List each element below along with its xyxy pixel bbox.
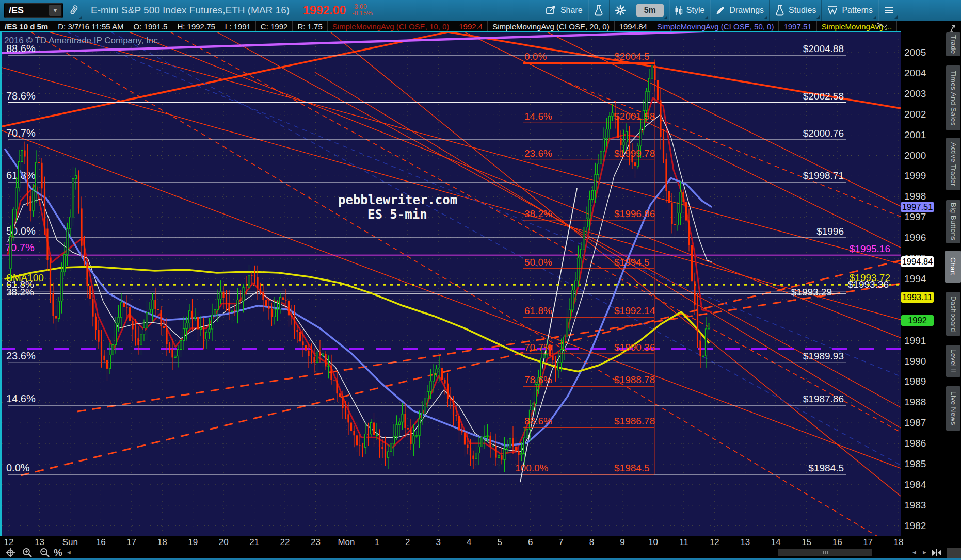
- percent-scale-button[interactable]: %: [54, 547, 62, 558]
- candlesticks: [10, 53, 710, 472]
- gear-icon: [615, 5, 626, 16]
- day-tick: 11: [679, 537, 688, 548]
- price-tick: 2001: [904, 129, 926, 141]
- day-tick: 12: [4, 537, 14, 548]
- day-tick: 12: [710, 537, 719, 548]
- pan-tool-icon[interactable]: [4, 548, 17, 558]
- day-tick: 16: [832, 537, 842, 548]
- symbol-input[interactable]: /ES ▼: [4, 3, 63, 18]
- watermark-line2: ES 5-min: [367, 207, 427, 222]
- patterns-label: Patterns: [842, 6, 873, 15]
- time-axis[interactable]: 1213Sun1617181920212223Mon12345678910111…: [0, 536, 935, 548]
- studies-button[interactable]: Studies: [770, 0, 821, 21]
- study-sma20-label[interactable]: SimpleMovingAvg (CLOSE, 20, 0): [488, 21, 615, 32]
- zoom-in-icon[interactable]: [21, 548, 34, 558]
- drawings-button[interactable]: Drawings: [710, 0, 769, 21]
- fib2-price-label: $2001.58: [614, 111, 655, 122]
- settings-button[interactable]: [610, 0, 631, 21]
- pan-left-button[interactable]: ◄: [911, 549, 917, 555]
- reset-zoom-icon[interactable]: [930, 548, 943, 558]
- patterns-button[interactable]: Patterns: [822, 0, 878, 21]
- price-axis[interactable]: 2005200420032002200120001999199819971996…: [901, 32, 935, 536]
- price-tick: 1983: [904, 500, 926, 511]
- study-sma10-label[interactable]: SimpleMovingAvg (CLOSE, 10, 0): [328, 21, 455, 32]
- sidebar-tab-times-and-sales[interactable]: Times And Sales: [946, 65, 960, 130]
- symbol-value: /ES: [5, 5, 49, 16]
- sidebar-tab-level-ii[interactable]: Level II: [946, 345, 960, 377]
- style-label: Style: [686, 6, 705, 15]
- chart-focus-border-left: [0, 32, 2, 536]
- analyze-button[interactable]: [588, 0, 609, 21]
- price-tick: 1999: [904, 170, 926, 182]
- fib-price-label: $1989.93: [803, 351, 844, 361]
- share-label: Share: [560, 6, 583, 15]
- thinkorswim-window: /ES ▼ E-mini S&P 500 Index Futures,ETH (…: [0, 0, 961, 560]
- sidebar-tab-big-buttons[interactable]: Big Buttons: [946, 200, 960, 243]
- fib-price-label: $1998.71: [803, 170, 844, 181]
- candlestick-icon: [675, 5, 683, 15]
- price-tick: 1987: [904, 417, 926, 429]
- price-tick: 1994: [904, 273, 926, 285]
- price-tick: 2002: [904, 109, 926, 120]
- chart-symbol-desc[interactable]: /ES 10 d 5m: [0, 21, 53, 32]
- fib2-pct-label: 70.7%: [524, 342, 552, 353]
- price-tick: 2005: [904, 47, 926, 58]
- sidebar-tab-trade[interactable]: Trade: [946, 32, 960, 56]
- pan-right-button[interactable]: ►: [922, 549, 927, 555]
- fib2-price-label: $1996.86: [614, 208, 655, 219]
- sidebar-tab-live-news[interactable]: Live News: [946, 386, 960, 431]
- sidebar-tab-active-trader[interactable]: Active Trader: [946, 138, 960, 190]
- day-tick: 7: [558, 537, 563, 548]
- day-tick: 9: [620, 537, 624, 548]
- ohlc-date: D: 3/7/16 11:55 AM: [53, 21, 129, 32]
- fib-left-label: 14.6%: [6, 393, 36, 404]
- instrument-title: E-mini S&P 500 Index Futures,ETH (MAR 16…: [91, 5, 290, 16]
- share-button[interactable]: Share: [540, 0, 588, 21]
- price-tick: 1997: [904, 211, 926, 223]
- day-tick: 13: [740, 537, 750, 548]
- scroll-left-arrow[interactable]: ◄: [66, 549, 72, 555]
- study-sma50-value: 1997.51: [779, 21, 816, 32]
- fib-price-label: $1996: [816, 226, 844, 237]
- style-button[interactable]: Style: [669, 0, 710, 21]
- fib2-pct-label: 38.2%: [524, 208, 552, 219]
- time-scrollbar-thumb[interactable]: [778, 549, 872, 556]
- chart-area[interactable]: 88.6%$2004.8878.6%$2002.5870.7%$2000.766…: [0, 32, 901, 536]
- pattern-icon: [827, 5, 838, 15]
- price-tick: 1998: [904, 191, 926, 202]
- chevron-down-icon[interactable]: ▼: [49, 5, 61, 16]
- sidebar-tab-dashboard[interactable]: Dashboard: [946, 292, 960, 336]
- hamburger-icon: [884, 6, 894, 15]
- day-tick: 8: [589, 537, 594, 548]
- price-tick: 1989: [904, 376, 926, 387]
- fib2-price-label: $1992.14: [614, 305, 655, 316]
- price-tick: 2000: [904, 150, 926, 161]
- toggle-studies-button[interactable]: [873, 21, 891, 32]
- pencil-icon: [715, 5, 726, 15]
- price-tick: 1991: [904, 335, 926, 347]
- day-tick: 5: [497, 537, 502, 548]
- sma100-price-label: $1993.72: [850, 272, 890, 283]
- menu-button[interactable]: [878, 0, 899, 21]
- price-chart[interactable]: 88.6%$2004.8878.6%$2002.5870.7%$2000.766…: [0, 32, 901, 536]
- link-button[interactable]: [63, 0, 84, 21]
- day-tick: 14: [771, 537, 781, 548]
- fib-left-label: 78.6%: [6, 90, 36, 102]
- fib2-price-label: $1999.78: [614, 148, 655, 159]
- timeframe-button[interactable]: 5m: [631, 0, 669, 21]
- study-sma50-label[interactable]: SimpleMovingAvg (CLOSE, 50, 0): [652, 21, 779, 32]
- day-tick: 21: [249, 537, 259, 548]
- window-bottom-edge: [0, 558, 961, 560]
- price-badge: 1994.84: [901, 256, 934, 267]
- fib-price-label: $2004.88: [803, 43, 844, 54]
- share-icon: [546, 5, 557, 15]
- sidebar-tab-chart[interactable]: Chart: [945, 251, 961, 283]
- copyright-text: 2016 © TD Ameritrade IP Company, Inc.: [4, 36, 161, 45]
- price-tick: 1982: [904, 520, 926, 532]
- fib-price-label: $1987.86: [803, 393, 844, 404]
- fib2-pct-label: 78.6%: [524, 374, 552, 385]
- zoom-out-icon[interactable]: [38, 548, 52, 558]
- chart-focus-border-top: [0, 31, 901, 32]
- day-tick: 22: [280, 537, 290, 548]
- day-tick: 6: [528, 537, 533, 548]
